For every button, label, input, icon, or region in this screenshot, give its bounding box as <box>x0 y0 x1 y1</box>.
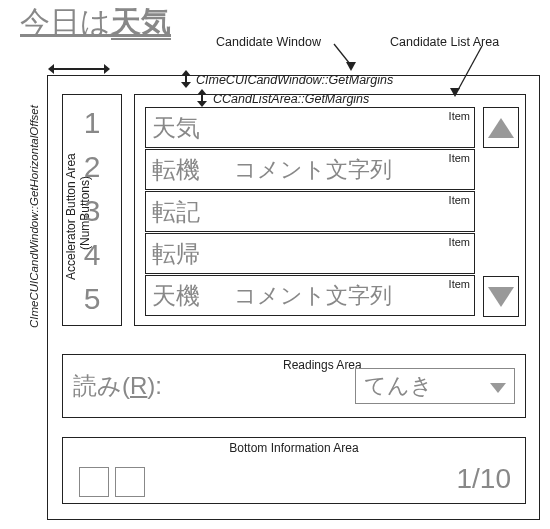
composition-line: 今日は天気 <box>20 2 171 43</box>
candidate-items: 天気 Item 転機 コメント文字列 Item 転記 Item 転帰 Item … <box>145 107 475 317</box>
triangle-up-icon <box>488 118 514 138</box>
candidate-list-area: 天気 Item 転機 コメント文字列 Item 転記 Item 転帰 Item … <box>134 94 526 326</box>
candidate-list-area-label: Candidate List Area <box>390 35 499 49</box>
readings-area-header: Readings Area <box>283 358 362 372</box>
bottom-info-area: Bottom Information Area 1/10 <box>62 437 526 504</box>
candidate-item[interactable]: 天機 コメント文字列 Item <box>145 275 475 316</box>
bottom-box-button[interactable] <box>79 467 109 497</box>
item-tag: Item <box>449 278 470 290</box>
accel-num[interactable]: 5 <box>63 277 121 321</box>
item-tag: Item <box>449 236 470 248</box>
accel-num[interactable]: 1 <box>63 101 121 145</box>
candidate-item[interactable]: 天気 Item <box>145 107 475 148</box>
scroll-down-button[interactable] <box>483 276 519 317</box>
candidate-text: 天気 <box>152 112 230 144</box>
candidate-window: 1 2 3 4 5 天気 Item 転機 コメント文字列 Item 転記 Ite… <box>47 75 540 520</box>
composing-text: 天気 <box>111 5 171 40</box>
readings-area: Readings Area 読み(R): てんき <box>62 354 526 418</box>
svg-line-0 <box>334 44 350 64</box>
candidate-text: 転記 <box>152 196 230 228</box>
candidate-text: 転機 <box>152 154 230 186</box>
accel-num[interactable]: 2 <box>63 145 121 189</box>
accelerator-column: 1 2 3 4 5 <box>62 94 122 326</box>
candidate-item[interactable]: 転帰 Item <box>145 233 475 274</box>
arrowhead-icon <box>346 62 356 71</box>
bottom-box-button[interactable] <box>115 467 145 497</box>
bottom-info-header: Bottom Information Area <box>63 441 525 455</box>
accel-num[interactable]: 3 <box>63 189 121 233</box>
item-tag: Item <box>449 152 470 164</box>
candidate-text: 転帰 <box>152 238 230 270</box>
triangle-down-icon <box>488 287 514 307</box>
candidate-item[interactable]: 転記 Item <box>145 191 475 232</box>
candidate-window-label: Candidate Window <box>216 35 321 49</box>
candidate-item[interactable]: 転機 コメント文字列 Item <box>145 149 475 190</box>
candidate-comment: コメント文字列 <box>234 155 392 185</box>
readings-dropdown[interactable]: てんき <box>355 368 515 404</box>
accel-num[interactable]: 4 <box>63 233 121 277</box>
hoffset-label: CImeCUICandWindow::GetHorizontalOffset <box>28 78 40 328</box>
item-tag: Item <box>449 194 470 206</box>
committed-text: 今日は <box>20 5 111 38</box>
item-tag: Item <box>449 110 470 122</box>
page-indicator: 1/10 <box>457 463 512 495</box>
candidate-comment: コメント文字列 <box>234 281 392 311</box>
candidate-text: 天機 <box>152 280 230 312</box>
readings-label: 読み(R): <box>73 370 162 402</box>
chevron-down-icon <box>490 383 506 393</box>
hoffset-arrow-icon <box>48 64 110 74</box>
readings-selected: てんき <box>364 371 433 401</box>
scroll-up-button[interactable] <box>483 107 519 148</box>
